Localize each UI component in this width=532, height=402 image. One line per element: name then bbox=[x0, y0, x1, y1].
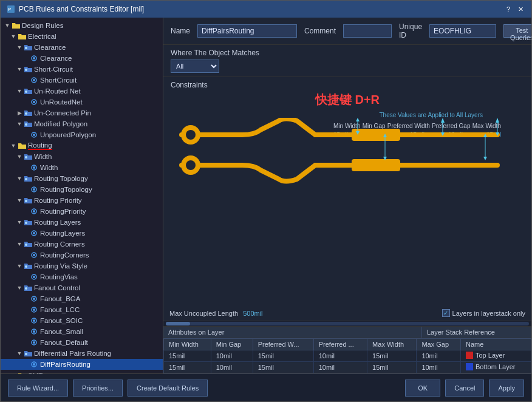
cell-0-4: 15mil bbox=[367, 350, 417, 362]
table-header-row: Attributes on Layer Layer Stack Referenc… bbox=[163, 327, 531, 338]
expand-icon-9[interactable]: ▼ bbox=[16, 121, 22, 127]
tree-label-31: DiffPairsRouting bbox=[40, 361, 90, 368]
expand-icon-7[interactable] bbox=[22, 99, 29, 105]
where-dropdown[interactable]: All bbox=[171, 60, 219, 73]
expand-icon-26[interactable] bbox=[22, 307, 29, 313]
tree-item-6[interactable]: ▼Un-Routed Net bbox=[1, 86, 163, 97]
tree-item-14[interactable]: ▼Routing Topology bbox=[1, 173, 163, 184]
tree-item-19[interactable]: RoutingLayers bbox=[1, 228, 163, 239]
tree-item-10[interactable]: UnpouredPolygon bbox=[1, 129, 163, 140]
expand-icon-31[interactable] bbox=[22, 361, 29, 367]
tree-item-23[interactable]: RoutingVias bbox=[1, 271, 163, 282]
expand-icon-5[interactable] bbox=[22, 77, 29, 83]
uid-input[interactable] bbox=[429, 24, 496, 38]
tree-item-5[interactable]: ShortCircuit bbox=[1, 75, 163, 86]
expand-icon-11[interactable]: ▼ bbox=[10, 143, 16, 149]
table-row-0: 15mil10mil15mil10mil15mil10milTop Layer bbox=[164, 350, 531, 362]
node-icon-0 bbox=[12, 21, 20, 30]
cancel-button[interactable]: Cancel bbox=[445, 380, 484, 397]
tree-item-29[interactable]: Fanout_Default bbox=[1, 337, 163, 348]
tree-item-9[interactable]: ▼Modified Polygon bbox=[1, 118, 163, 129]
expand-icon-23[interactable] bbox=[22, 274, 29, 280]
expand-icon-14[interactable]: ▼ bbox=[16, 175, 22, 182]
expand-icon-20[interactable]: ▼ bbox=[16, 241, 22, 247]
expand-icon-3[interactable] bbox=[22, 55, 29, 61]
tree-item-18[interactable]: ▼Routing Layers bbox=[1, 217, 163, 228]
tree-item-22[interactable]: ▼Routing Via Style bbox=[1, 261, 163, 271]
tree-item-30[interactable]: ▼Differential Pairs Routing bbox=[1, 348, 163, 359]
tree-item-20[interactable]: ▼Routing Corners bbox=[1, 239, 163, 250]
tree-item-16[interactable]: ▼Routing Priority bbox=[1, 195, 163, 206]
expand-icon-8[interactable]: ▶ bbox=[16, 110, 22, 116]
layers-checkbox-container: ✓ Layers in layerstack only bbox=[442, 309, 525, 317]
tree-item-24[interactable]: ▼Fanout Control bbox=[1, 282, 163, 293]
svg-point-23 bbox=[33, 210, 35, 213]
layers-checkbox[interactable]: ✓ bbox=[442, 309, 450, 317]
tree-item-3[interactable]: Clearance bbox=[1, 53, 163, 64]
name-input[interactable] bbox=[197, 24, 297, 38]
rule-wizard-button[interactable]: Rule Wizard... bbox=[8, 380, 68, 397]
tree-label-15: RoutingTopology bbox=[40, 186, 92, 193]
close-button[interactable]: ✕ bbox=[516, 4, 525, 14]
expand-icon-13[interactable] bbox=[22, 165, 29, 171]
help-button[interactable]: ? bbox=[503, 4, 513, 14]
tree-item-26[interactable]: Fanout_LCC bbox=[1, 304, 163, 315]
expand-icon-15[interactable] bbox=[22, 186, 29, 192]
tree-item-11[interactable]: ▼Routing bbox=[1, 140, 163, 151]
create-default-button[interactable]: Create Default Rules bbox=[128, 380, 208, 397]
tree-item-8[interactable]: ▶Un-Connected Pin bbox=[1, 107, 163, 118]
expand-icon-27[interactable] bbox=[22, 318, 29, 324]
tree-label-28: Fanout_Small bbox=[40, 328, 83, 335]
expand-icon-12[interactable]: ▼ bbox=[16, 154, 22, 160]
expand-icon-19[interactable] bbox=[22, 230, 29, 236]
svg-point-8 bbox=[25, 90, 27, 93]
expand-icon-28[interactable] bbox=[22, 329, 29, 335]
node-icon-17 bbox=[30, 207, 38, 216]
svg-point-43 bbox=[33, 341, 35, 344]
expand-icon-25[interactable] bbox=[22, 296, 29, 302]
node-icon-14 bbox=[24, 174, 32, 183]
tree-item-15[interactable]: RoutingTopology bbox=[1, 184, 163, 195]
node-icon-12 bbox=[24, 152, 32, 161]
comment-input[interactable] bbox=[343, 24, 392, 38]
tree-item-0[interactable]: ▼Design Rules bbox=[1, 20, 163, 31]
expand-icon-0[interactable]: ▼ bbox=[4, 22, 10, 29]
tree-item-31[interactable]: DiffPairsRouting bbox=[1, 359, 163, 370]
tree-label-27: Fanout_SOIC bbox=[40, 317, 83, 324]
where-title: Where The Object Matches bbox=[171, 49, 524, 57]
where-section: Where The Object Matches All bbox=[163, 45, 531, 77]
priorities-button[interactable]: Priorities... bbox=[73, 380, 123, 397]
tree-item-21[interactable]: RoutingCorners bbox=[1, 250, 163, 261]
cell-1-3: 10mil bbox=[313, 362, 367, 373]
layer-color-0 bbox=[466, 352, 473, 359]
expand-icon-17[interactable] bbox=[22, 208, 29, 214]
expand-icon-2[interactable]: ▼ bbox=[16, 44, 22, 50]
tree-item-27[interactable]: Fanout_SOIC bbox=[1, 315, 163, 326]
expand-icon-21[interactable] bbox=[22, 252, 29, 258]
apply-button[interactable]: Apply bbox=[489, 380, 524, 397]
tree-item-1[interactable]: ▼Electrical bbox=[1, 31, 163, 42]
ok-button[interactable]: OK bbox=[405, 380, 440, 397]
test-queries-button[interactable]: Test Queries bbox=[503, 24, 531, 38]
app-icon: P bbox=[7, 5, 15, 13]
tree-item-13[interactable]: Width bbox=[1, 162, 163, 173]
expand-icon-6[interactable]: ▼ bbox=[16, 88, 22, 94]
expand-icon-1[interactable]: ▼ bbox=[10, 33, 16, 39]
expand-icon-29[interactable] bbox=[22, 339, 29, 346]
tree-item-2[interactable]: ▼Clearance bbox=[1, 42, 163, 53]
tree-item-28[interactable]: Fanout_Small bbox=[1, 326, 163, 337]
tree-item-12[interactable]: ▼Width bbox=[1, 151, 163, 162]
expand-icon-30[interactable]: ▼ bbox=[16, 350, 22, 356]
tree-item-7[interactable]: UnRoutedNet bbox=[1, 97, 163, 107]
node-icon-4 bbox=[24, 65, 32, 73]
expand-icon-4[interactable]: ▼ bbox=[16, 66, 22, 72]
expand-icon-22[interactable]: ▼ bbox=[16, 263, 22, 269]
tree-item-17[interactable]: RoutingPriority bbox=[1, 206, 163, 217]
tree-item-4[interactable]: ▼Short-Circuit bbox=[1, 64, 163, 75]
tree-item-25[interactable]: Fanout_BGA bbox=[1, 293, 163, 304]
expand-icon-10[interactable] bbox=[22, 132, 29, 138]
cell-0-2: 15mil bbox=[253, 350, 313, 362]
expand-icon-18[interactable]: ▼ bbox=[16, 219, 22, 225]
expand-icon-16[interactable]: ▼ bbox=[16, 197, 22, 203]
expand-icon-24[interactable]: ▼ bbox=[16, 285, 22, 291]
